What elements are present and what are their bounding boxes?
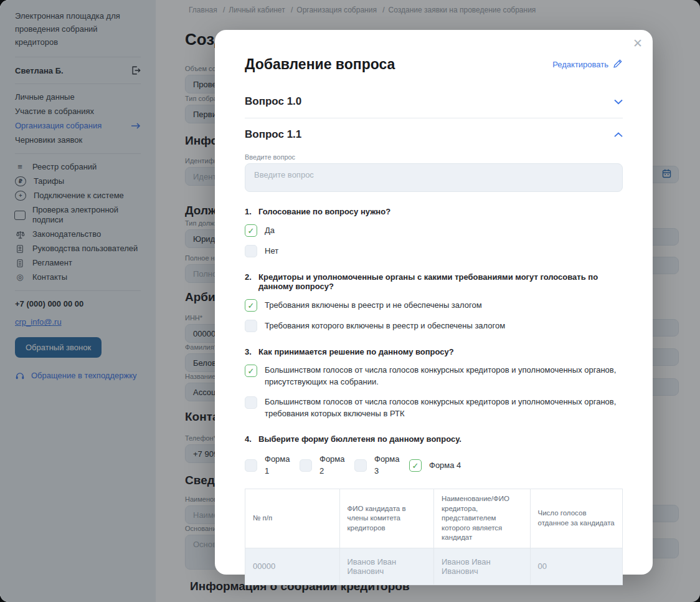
column-header: № п/п [245,489,340,548]
checkbox-unchecked-icon[interactable] [245,459,257,472]
column-header: Число голосов отданное за кандидата [530,489,622,548]
question-3-title: 3. Как принимается решение по данному во… [245,347,623,356]
option-form-4: Форма 4 [409,454,461,477]
table-header-row: № п/п ФИО кандидата в члены комитета кре… [245,489,623,548]
checkbox-unchecked-icon[interactable] [300,459,312,472]
add-question-modal: ✕ Добавление вопроса Редактировать Вопро… [215,30,653,575]
option-no: Нет [245,245,623,257]
option-majority-present: Большинством голосов от числа голосов ко… [245,365,623,388]
cell-number-input[interactable]: 00000 [245,548,340,585]
checkbox-unchecked-icon[interactable] [245,245,257,257]
option-claims-secured: Требования которого включены в реестр и … [245,320,623,332]
cell-candidate-name-input[interactable]: Иванов Иван Иванович [339,548,434,585]
edit-link[interactable]: Редактировать [552,59,623,70]
column-header: Наименование/ФИО кредитора, представител… [434,489,531,548]
checkbox-unchecked-icon[interactable] [245,320,257,332]
option-form-1: Форма 1 [245,454,290,477]
question-2-title: 2. Кредиторы и уполномоченные органы с к… [245,272,623,291]
column-header: ФИО кандидата в члены комитета кредиторо… [339,489,434,548]
ballot-form-options: Форма 1 Форма 2 Форма 3 Форма 4 [245,454,623,477]
option-form-2: Форма 2 [300,454,344,477]
table-row: 00000 Иванов Иван Иванович Иванов Иван И… [245,548,623,585]
option-claims-unsecured: Требования включены в реестр и не обеспе… [245,299,623,312]
app-page: Электронная площадка для проведения собр… [0,0,700,602]
option-majority-rtk: Большинством голосов от числа голосов ко… [245,396,623,420]
checkbox-checked-icon[interactable] [245,299,257,312]
section-question-1-0[interactable]: Вопрос 1.0 [245,92,623,118]
section-question-1-1[interactable]: Вопрос 1.1 [245,118,623,145]
checkbox-unchecked-icon[interactable] [354,459,367,472]
chevron-up-icon[interactable] [614,129,623,140]
checkbox-unchecked-icon[interactable] [245,396,257,409]
checkbox-checked-icon[interactable] [409,459,422,472]
close-icon[interactable]: ✕ [633,37,643,49]
checkbox-checked-icon[interactable] [245,224,257,237]
option-form-3: Форма 3 [354,454,399,477]
pencil-icon [613,59,623,70]
question-textarea[interactable]: Введите вопрос [245,163,623,192]
candidates-table: № п/п ФИО кандидата в члены комитета кре… [245,489,623,585]
checkbox-checked-icon[interactable] [245,365,257,377]
chevron-down-icon[interactable] [614,96,623,107]
question-1-title: 1. Голосование по вопросу нужно? [245,207,623,216]
option-yes: Да [245,224,623,237]
question-input-label: Введите вопрос [245,153,623,161]
cell-creditor-name-input[interactable]: Иванов Иван Иванович [434,548,531,585]
question-4-title: 4. Выберите форму бюллетеня по данному в… [245,434,623,444]
cell-votes-input[interactable]: 00 [530,548,622,585]
modal-title: Добавление вопроса [245,56,395,73]
